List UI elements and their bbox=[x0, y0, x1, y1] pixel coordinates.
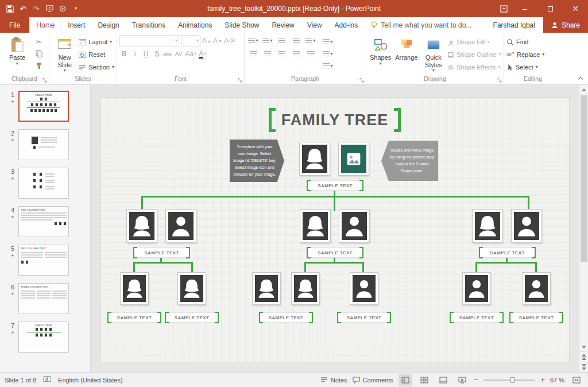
replace-button[interactable]: abReplace▾ bbox=[506, 49, 544, 60]
character-spacing-button[interactable]: AV bbox=[174, 49, 183, 59]
next-slide-button[interactable] bbox=[579, 362, 588, 372]
fit-slide-to-window-button[interactable] bbox=[570, 374, 583, 386]
photo-placeholder-female[interactable] bbox=[121, 273, 148, 304]
scroll-up-button[interactable] bbox=[579, 85, 588, 94]
scrollbar-track[interactable] bbox=[579, 94, 588, 342]
strikethrough-button[interactable]: abc bbox=[163, 49, 172, 59]
paragraph-dialog-launcher[interactable] bbox=[359, 78, 365, 83]
underline-button[interactable]: U bbox=[141, 49, 150, 59]
convert-to-smartart-button[interactable]: ▾ bbox=[322, 60, 334, 71]
shape-outline-button[interactable]: Shape Outline▾ bbox=[447, 49, 501, 60]
sample-text-label[interactable]: SAMPLE TEXT bbox=[308, 248, 362, 257]
align-center-button[interactable] bbox=[261, 48, 274, 59]
tab-insert[interactable]: Insert bbox=[61, 17, 91, 33]
slide-thumbnail-image[interactable] bbox=[18, 129, 69, 160]
photo-placeholder-female[interactable] bbox=[300, 142, 330, 175]
zoom-slider-thumb[interactable] bbox=[510, 377, 514, 383]
vertical-scrollbar[interactable] bbox=[579, 85, 588, 372]
italic-button[interactable]: I bbox=[130, 49, 140, 59]
sample-text-label[interactable]: SAMPLE TEXT bbox=[308, 181, 362, 190]
tell-me-box[interactable]: Tell me what you want to do... bbox=[364, 17, 478, 33]
paste-button[interactable]: Paste ▾ bbox=[2, 35, 32, 75]
photo-placeholder-female[interactable] bbox=[300, 210, 330, 242]
font-size-combobox[interactable]: ▾ bbox=[181, 35, 200, 47]
editing-canvas[interactable]: FAMILY TREE To replace with your own ima… bbox=[91, 85, 588, 372]
customize-qat-button[interactable]: ▾ bbox=[69, 2, 82, 16]
slide-thumbnail-image[interactable]: FAMILY TREE bbox=[18, 91, 69, 122]
tab-design[interactable]: Design bbox=[91, 17, 125, 33]
slide-thumbnail-6[interactable]: 6★ THREE COLUMN TEXT bbox=[7, 283, 90, 314]
tab-review[interactable]: Review bbox=[265, 17, 300, 33]
clipboard-dialog-launcher[interactable] bbox=[42, 78, 48, 83]
photo-placeholder-male[interactable] bbox=[339, 210, 369, 242]
reading-view-button[interactable] bbox=[436, 374, 450, 386]
section-button[interactable]: Section▾ bbox=[79, 61, 114, 73]
text-shadow-button[interactable]: S bbox=[152, 49, 161, 59]
arrange-button[interactable]: Arrange bbox=[393, 35, 419, 75]
cut-button[interactable]: ✂ bbox=[33, 36, 45, 47]
tab-animations[interactable]: Animations bbox=[172, 17, 218, 33]
shapes-button[interactable]: Shapes ▾ bbox=[369, 35, 392, 75]
save-button[interactable] bbox=[3, 2, 16, 16]
share-button[interactable]: Share bbox=[543, 17, 588, 33]
tab-slide-show[interactable]: Slide Show bbox=[218, 17, 265, 33]
clear-formatting-button[interactable]: A⌫ bbox=[224, 36, 235, 46]
increase-indent-button[interactable] bbox=[290, 35, 303, 46]
sample-text-label[interactable]: SAMPLE TEXT bbox=[480, 248, 535, 257]
tab-home[interactable]: Home bbox=[29, 17, 61, 33]
slide-thumbnail-3[interactable]: 3★ bbox=[7, 168, 90, 199]
photo-placeholder-male[interactable] bbox=[166, 210, 196, 242]
font-color-button[interactable]: A▾ bbox=[198, 49, 207, 59]
sample-text-label[interactable]: SAMPLE TEXT bbox=[510, 313, 562, 322]
photo-placeholder-female[interactable] bbox=[473, 210, 502, 242]
shape-effects-button[interactable]: Shape Effects▾ bbox=[447, 61, 501, 73]
zoom-level[interactable]: 67 % bbox=[550, 377, 564, 384]
photo-placeholder-female[interactable] bbox=[292, 273, 319, 304]
scrollbar-thumb[interactable] bbox=[581, 95, 587, 262]
slide-canvas[interactable]: FAMILY TREE To replace with your own ima… bbox=[100, 98, 569, 362]
sample-text-label[interactable]: SAMPLE TEXT bbox=[338, 313, 390, 322]
text-direction-button[interactable]: ▾ bbox=[322, 36, 334, 47]
line-spacing-button[interactable]: ▾ bbox=[304, 35, 317, 46]
new-slide-button[interactable]: New Slide ▾ bbox=[52, 35, 78, 75]
slide-thumbnail-image[interactable] bbox=[18, 168, 69, 199]
instruction-callout-right[interactable]: Resize and move image by using the pictu… bbox=[381, 141, 438, 181]
collapse-ribbon-button[interactable] bbox=[578, 74, 583, 82]
photo-placeholder-male[interactable] bbox=[350, 273, 378, 304]
tab-add-ins[interactable]: Add-ins bbox=[328, 17, 365, 33]
font-name-combobox[interactable]: ▾ bbox=[119, 35, 179, 47]
notes-button[interactable]: Notes bbox=[320, 377, 347, 384]
tab-file[interactable]: File bbox=[0, 17, 29, 33]
tab-transitions[interactable]: Transitions bbox=[126, 17, 172, 33]
quick-styles-button[interactable]: Quick Styles ▾ bbox=[420, 35, 446, 75]
slide-indicator[interactable]: Slide 1 of 8 bbox=[5, 377, 36, 384]
align-text-button[interactable]: ▾ bbox=[322, 48, 334, 59]
sample-text-label[interactable]: SAMPLE TEXT bbox=[260, 313, 312, 322]
slide-thumbnail-5[interactable]: 5★ TWO COLUMN TEXT bbox=[7, 245, 90, 276]
sample-text-label[interactable]: SAMPLE TEXT bbox=[134, 248, 189, 257]
photo-placeholder-female[interactable] bbox=[253, 273, 280, 304]
maximize-button[interactable] bbox=[537, 0, 563, 17]
numbering-button[interactable]: ▾ bbox=[261, 35, 274, 46]
font-dialog-launcher[interactable] bbox=[237, 78, 243, 83]
slide-thumbnail-image[interactable]: THREE COLUMN TEXT bbox=[18, 283, 69, 314]
slide-thumbnail-4[interactable]: 4★ ONE COLUMN TEXT bbox=[7, 206, 90, 237]
photo-placeholder-female[interactable] bbox=[178, 273, 206, 304]
photo-placeholder-image[interactable] bbox=[339, 142, 369, 175]
layout-button[interactable]: Layout▾ bbox=[79, 36, 114, 48]
undo-button[interactable]: ↶ bbox=[17, 2, 29, 16]
photo-placeholder-male[interactable] bbox=[523, 273, 550, 304]
minimize-button[interactable]: – bbox=[512, 0, 537, 17]
tab-view[interactable]: View bbox=[301, 17, 328, 33]
slide-thumbnail-7[interactable]: 7★ FAMILY TREE bbox=[7, 322, 90, 353]
sample-text-label[interactable]: SAMPLE TEXT bbox=[109, 313, 160, 322]
touch-mode-button[interactable] bbox=[56, 2, 69, 16]
find-button[interactable]: Find bbox=[506, 36, 544, 48]
close-button[interactable]: ✕ bbox=[563, 0, 588, 17]
sample-text-label[interactable]: SAMPLE TEXT bbox=[451, 313, 502, 322]
instruction-callout-left[interactable]: To replace with your own image. Select i… bbox=[230, 140, 284, 182]
slide-thumbnail-1[interactable]: 1★ FAMILY TREE bbox=[7, 91, 90, 122]
comments-button[interactable]: Comments bbox=[353, 377, 393, 384]
slideshow-view-button[interactable] bbox=[455, 374, 469, 386]
spell-check-button[interactable] bbox=[43, 376, 51, 384]
